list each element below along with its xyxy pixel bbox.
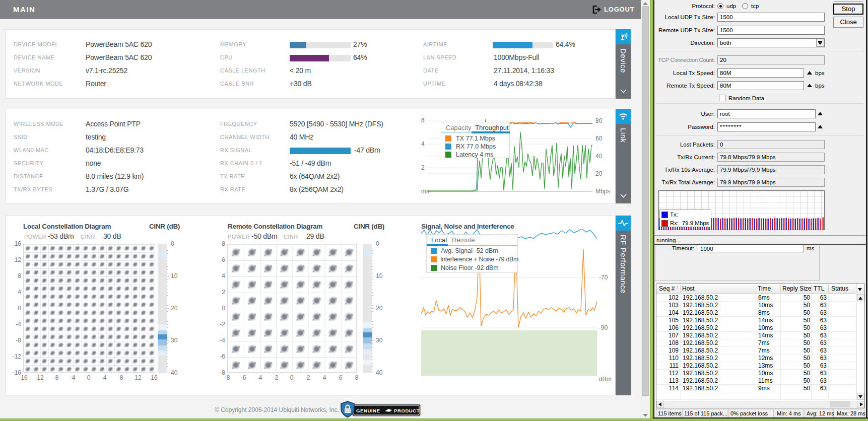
svg-text:PRODUCT: PRODUCT — [394, 408, 420, 413]
svg-text:GENUINE: GENUINE — [356, 408, 380, 413]
